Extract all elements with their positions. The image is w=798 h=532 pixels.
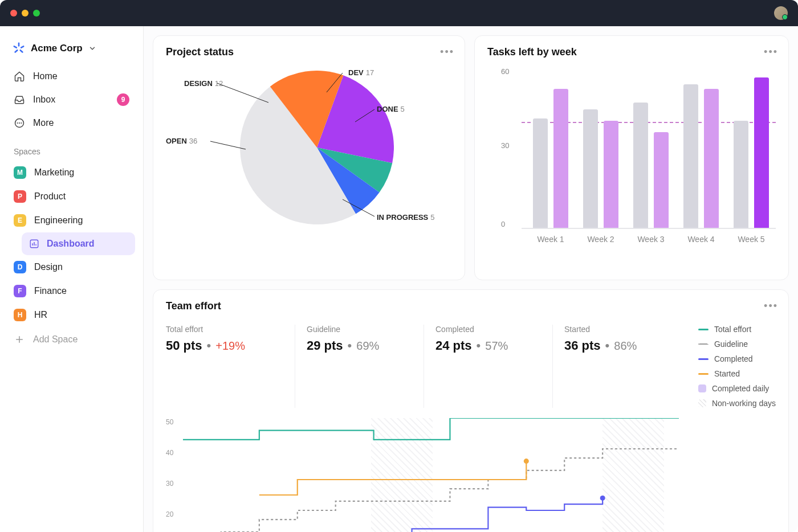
- plus-icon: [14, 334, 25, 345]
- metric-pct: 69%: [356, 339, 379, 353]
- nav-home[interactable]: Home: [8, 65, 135, 88]
- sidebar-item-dashboard[interactable]: Dashboard: [22, 232, 135, 255]
- svg-line-2: [21, 50, 23, 52]
- space-badge: D: [14, 261, 26, 273]
- maximize-window-icon[interactable]: [33, 10, 40, 17]
- inbox-badge: 9: [117, 93, 129, 106]
- legend-item: Guideline: [698, 339, 776, 349]
- space-label: HR: [34, 310, 47, 320]
- metric-pct: 57%: [485, 339, 508, 353]
- line-chart: [183, 418, 679, 532]
- metric-total-effort: Total effort 50 pts•+19%: [166, 325, 295, 408]
- main-content: Project status ••• DEV17DONE5IN PROGRESS…: [144, 26, 798, 532]
- legend-item: Completed daily: [698, 384, 776, 393]
- close-window-icon[interactable]: [10, 10, 17, 17]
- sidebar-item-label: Dashboard: [47, 239, 95, 249]
- workspace-switcher[interactable]: Acme Corp: [8, 40, 135, 65]
- svg-line-3: [15, 50, 18, 52]
- x-tick: Week 4: [675, 235, 727, 244]
- nav-label: Home: [33, 71, 58, 81]
- space-finance[interactable]: F Finance: [8, 279, 135, 303]
- card-project-status: Project status ••• DEV17DONE5IN PROGRESS…: [153, 35, 465, 280]
- spaces-section-label: Spaces: [8, 134, 135, 161]
- space-label: Marketing: [34, 167, 74, 178]
- space-hr[interactable]: H HR: [8, 303, 135, 327]
- space-badge: F: [14, 285, 26, 297]
- inbox-icon: [14, 94, 25, 105]
- window-controls: [10, 10, 40, 17]
- legend-item: Started: [698, 369, 776, 378]
- bar: [734, 121, 748, 228]
- more-icon: [14, 117, 25, 129]
- nav-inbox[interactable]: Inbox 9: [8, 88, 135, 112]
- space-label: Design: [34, 262, 63, 272]
- bar-group: Week 3: [633, 103, 673, 228]
- legend-item: Total effort: [698, 325, 776, 334]
- card-tasks-left: Tasks left by week ••• 60 30 0 Week 1Wee…: [474, 35, 789, 280]
- y-tick: 20: [166, 510, 173, 518]
- sidebar: Acme Corp Home Inbox 9 More Spaces M Mar…: [0, 26, 144, 532]
- workspace-logo-icon: [13, 42, 25, 55]
- card-more-button[interactable]: •••: [764, 46, 778, 58]
- space-marketing[interactable]: M Marketing: [8, 161, 135, 185]
- metric-value: 29 pts: [307, 338, 343, 353]
- pie-label: OPEN36: [166, 137, 197, 145]
- svg-point-19: [524, 459, 529, 464]
- bar-group: Week 1: [533, 89, 573, 228]
- card-team-effort: Team effort ••• Total effort 50 pts•+19%…: [153, 289, 789, 532]
- metric-value: 50 pts: [166, 338, 202, 353]
- card-more-button[interactable]: •••: [440, 46, 454, 58]
- svg-point-7: [19, 122, 20, 124]
- card-more-button[interactable]: •••: [764, 300, 778, 312]
- bar-group: Week 2: [583, 109, 623, 228]
- svg-line-4: [14, 46, 17, 47]
- legend-item: Non-working days: [698, 399, 776, 408]
- bar: [533, 118, 548, 228]
- metric-label: Completed: [435, 325, 541, 334]
- card-title: Tasks left by week: [487, 46, 776, 58]
- y-tick: 0: [501, 220, 505, 228]
- metric-completed: Completed 24 pts•57%: [424, 325, 552, 408]
- minimize-window-icon[interactable]: [22, 10, 28, 17]
- space-product[interactable]: P Product: [8, 185, 135, 208]
- x-tick: Week 3: [625, 235, 677, 244]
- space-engineering[interactable]: E Engineering: [8, 208, 135, 232]
- bar-group: Week 4: [683, 84, 723, 228]
- space-label: Finance: [34, 286, 67, 296]
- workspace-name: Acme Corp: [31, 43, 83, 54]
- add-space-button[interactable]: Add Space: [8, 327, 135, 352]
- chevron-down-icon: [88, 44, 96, 52]
- nav-more[interactable]: More: [8, 112, 135, 134]
- metric-guideline: Guideline 29 pts•69%: [295, 325, 424, 408]
- legend: Total effort Guideline Completed Started…: [698, 325, 776, 408]
- metric-pct: +19%: [215, 339, 245, 353]
- svg-line-1: [21, 46, 23, 47]
- space-design[interactable]: D Design: [8, 255, 135, 279]
- y-tick: 30: [501, 141, 509, 150]
- space-badge: H: [14, 309, 26, 321]
- bar: [633, 103, 648, 228]
- space-badge: P: [14, 190, 26, 203]
- metric-label: Guideline: [307, 325, 412, 334]
- legend-item: Completed: [698, 354, 776, 363]
- bar: [683, 84, 698, 228]
- card-title: Project status: [166, 46, 452, 58]
- bar-chart: Week 1Week 2Week 3Week 4Week 5: [522, 69, 776, 229]
- nav-label: Inbox: [33, 95, 55, 105]
- space-label: Product: [34, 191, 66, 202]
- metric-started: Started 36 pts•86%: [552, 325, 681, 408]
- window-titlebar: [0, 0, 798, 26]
- x-tick: Week 1: [525, 235, 576, 244]
- bar: [704, 89, 719, 228]
- space-badge: M: [14, 166, 26, 179]
- bar-group: Week 5: [734, 77, 773, 228]
- pie-chart: [240, 71, 394, 224]
- avatar[interactable]: [774, 6, 788, 20]
- bar: [754, 77, 769, 228]
- space-label: Engineering: [34, 215, 83, 226]
- bar: [654, 132, 669, 228]
- svg-point-18: [600, 496, 605, 501]
- card-title: Team effort: [166, 300, 776, 312]
- x-tick: Week 5: [726, 235, 777, 244]
- x-tick: Week 2: [575, 235, 626, 244]
